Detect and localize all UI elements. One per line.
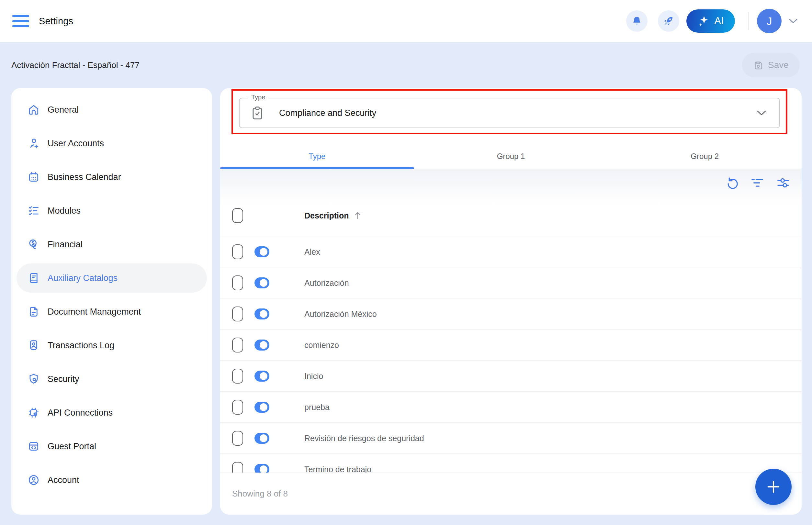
- sidebar-item-label: Guest Portal: [48, 441, 96, 451]
- adjust-icon[interactable]: [777, 176, 790, 190]
- filter-icon[interactable]: [751, 176, 764, 190]
- save-icon: [753, 60, 764, 70]
- sidebar-item-modules[interactable]: Modules: [16, 196, 207, 225]
- chevron-down-icon[interactable]: [789, 18, 798, 24]
- sidebar-item-business-calendar[interactable]: Business Calendar: [16, 163, 207, 192]
- transactions-icon: [28, 339, 40, 351]
- sidebar-item-api-connections[interactable]: API Connections: [16, 398, 207, 427]
- sort-ascending-icon: [354, 211, 362, 220]
- toggle-knob: [260, 310, 267, 318]
- toggle-knob: [260, 341, 267, 349]
- row-description: Autorización México: [304, 309, 377, 318]
- list-toolbar: [725, 176, 790, 190]
- toggle-knob: [260, 372, 267, 380]
- topbar: Settings: [0, 0, 812, 42]
- save-button[interactable]: Save: [742, 53, 800, 77]
- whats-new-button[interactable]: [658, 10, 679, 32]
- sidebar-item-label: Auxiliary Catalogs: [48, 273, 118, 283]
- sidebar-item-financial[interactable]: Financial: [16, 230, 207, 259]
- document-icon: [28, 305, 40, 318]
- notifications-button[interactable]: [626, 10, 648, 32]
- avatar-initial: J: [767, 15, 772, 28]
- table-row: Revisión de riesgos de seguridad: [220, 423, 802, 454]
- row-toggle[interactable]: [254, 402, 269, 413]
- select-all-checkbox[interactable]: [232, 208, 243, 223]
- topbar-actions: AI J: [626, 9, 798, 33]
- sidebar-item-security[interactable]: Security: [16, 364, 207, 394]
- row-toggle[interactable]: [254, 246, 269, 257]
- settings-sidebar: General User Accounts: [11, 88, 212, 515]
- band-header: Activación Fracttal - Español - 477 Save: [0, 42, 812, 88]
- sidebar-item-general[interactable]: General: [16, 95, 207, 124]
- tab-label: Group 2: [691, 152, 719, 161]
- sidebar-item-document-management[interactable]: Document Management: [16, 297, 207, 326]
- row-toggle[interactable]: [254, 464, 269, 473]
- row-toggle[interactable]: [254, 340, 269, 350]
- tab-group-1[interactable]: Group 1: [414, 144, 608, 169]
- checklist-icon: [28, 205, 40, 217]
- catalog-book-icon: [28, 272, 40, 284]
- sidebar-item-label: Security: [48, 374, 79, 384]
- row-checkbox[interactable]: [232, 338, 243, 352]
- save-button-label: Save: [768, 60, 789, 70]
- row-description: Inicio: [304, 371, 323, 381]
- row-checkbox[interactable]: [232, 462, 243, 473]
- row-description: comienzo: [304, 340, 339, 349]
- sidebar-item-account[interactable]: Account: [16, 465, 207, 495]
- tab-type[interactable]: Type: [220, 144, 414, 169]
- type-select[interactable]: Type Compliance and Security: [239, 98, 780, 128]
- avatar[interactable]: J: [757, 9, 782, 33]
- auxiliary-catalogs-panel: Type Compliance and Security: [220, 88, 802, 515]
- type-select-value: Compliance and Security: [279, 108, 376, 118]
- chevron-down-icon[interactable]: [757, 110, 766, 116]
- row-checkbox[interactable]: [232, 244, 243, 259]
- row-checkbox[interactable]: [232, 431, 243, 446]
- type-select-label: Type: [248, 93, 268, 101]
- table-row: prueba: [220, 392, 802, 423]
- toggle-knob: [260, 403, 267, 411]
- refresh-icon[interactable]: [725, 176, 738, 190]
- sidebar-item-guest-portal[interactable]: Guest Portal: [16, 432, 207, 461]
- row-toggle[interactable]: [254, 278, 269, 288]
- guest-portal-icon: [28, 440, 40, 452]
- row-checkbox[interactable]: [232, 400, 243, 415]
- row-checkbox[interactable]: [232, 369, 243, 384]
- add-button[interactable]: [755, 469, 792, 505]
- ai-assistant-button[interactable]: AI: [686, 10, 735, 33]
- user-add-icon: [28, 137, 40, 150]
- row-toggle[interactable]: [254, 371, 269, 381]
- tab-label: Type: [309, 152, 325, 161]
- sidebar-item-label: Business Calendar: [48, 172, 121, 182]
- sidebar-item-user-accounts[interactable]: User Accounts: [16, 129, 207, 158]
- table-row: Autorización México: [220, 298, 802, 330]
- coin-icon: [28, 238, 40, 251]
- row-toggle[interactable]: [254, 433, 269, 444]
- sidebar-item-label: Account: [48, 475, 79, 485]
- row-checkbox[interactable]: [232, 306, 243, 321]
- table-row: comienzo: [220, 330, 802, 361]
- tab-group-2[interactable]: Group 2: [608, 144, 802, 169]
- table-footer: Showing 8 of 8: [220, 472, 802, 515]
- row-description: Alex: [304, 247, 320, 256]
- ai-button-label: AI: [714, 15, 724, 27]
- topbar-divider: [748, 12, 749, 30]
- menu-icon[interactable]: [12, 15, 29, 27]
- clipboard-check-icon: [251, 106, 264, 120]
- tab-label: Group 1: [497, 152, 525, 161]
- tab-bar: Type Group 1 Group 2: [220, 144, 802, 169]
- bell-icon: [631, 16, 643, 27]
- sidebar-item-auxiliary-catalogs[interactable]: Auxiliary Catalogs: [16, 264, 207, 292]
- shield-icon: [28, 373, 40, 385]
- context-title: Activación Fracttal - Español - 477: [11, 60, 139, 70]
- sidebar-item-label: General: [48, 105, 79, 115]
- sparkle-icon: [697, 15, 710, 27]
- home-icon: [28, 104, 40, 116]
- sidebar-item-label: User Accounts: [48, 138, 104, 149]
- row-toggle[interactable]: [254, 309, 269, 319]
- row-checkbox[interactable]: [232, 275, 243, 290]
- content: General User Accounts: [0, 88, 812, 515]
- sidebar-item-label: Transactions Log: [48, 341, 114, 350]
- column-description[interactable]: Description: [304, 211, 362, 220]
- row-count-summary: Showing 8 of 8: [232, 489, 288, 499]
- sidebar-item-transactions-log[interactable]: Transactions Log: [16, 331, 207, 360]
